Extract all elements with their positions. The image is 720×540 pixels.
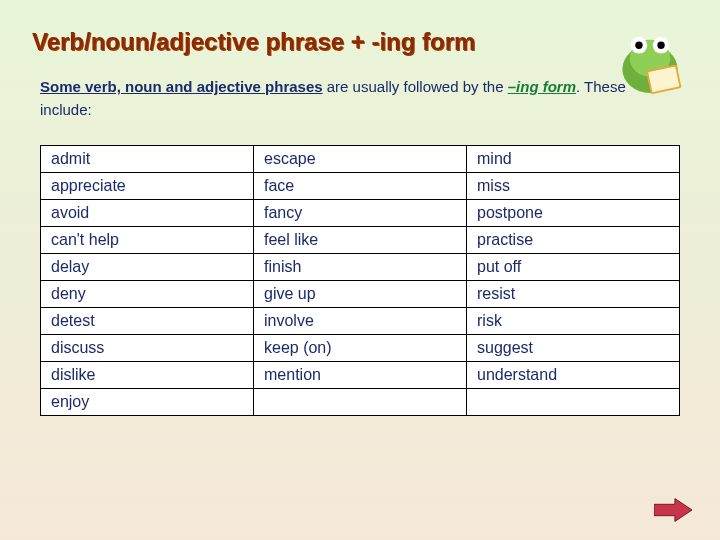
table-cell: delay (41, 254, 254, 281)
table-cell: mention (254, 362, 467, 389)
table-cell (467, 389, 680, 416)
table-cell: risk (467, 308, 680, 335)
table-cell: admit (41, 146, 254, 173)
table-row: can't helpfeel likepractise (41, 227, 680, 254)
table-cell (254, 389, 467, 416)
table-cell: dislike (41, 362, 254, 389)
table-cell: postpone (467, 200, 680, 227)
frog-reading-icon (604, 14, 696, 106)
svg-point-4 (635, 42, 642, 49)
table-cell: miss (467, 173, 680, 200)
table-cell: appreciate (41, 173, 254, 200)
intro-bold-phrase: Some verb, noun and adjective phrases (40, 78, 323, 95)
table-cell: detest (41, 308, 254, 335)
table-row: discusskeep (on)suggest (41, 335, 680, 362)
table-cell: involve (254, 308, 467, 335)
intro-ing-form: –ing form (508, 78, 576, 95)
table-cell: resist (467, 281, 680, 308)
table-cell: face (254, 173, 467, 200)
table-cell: understand (467, 362, 680, 389)
table-cell: escape (254, 146, 467, 173)
table-cell: suggest (467, 335, 680, 362)
intro-middle: are usually followed by the (323, 78, 508, 95)
table-cell: fancy (254, 200, 467, 227)
table-row: dislikementionunderstand (41, 362, 680, 389)
table-row: delayfinishput off (41, 254, 680, 281)
table-cell: enjoy (41, 389, 254, 416)
table-cell: put off (467, 254, 680, 281)
table-row: avoidfancypostpone (41, 200, 680, 227)
svg-point-5 (657, 42, 664, 49)
table-cell: finish (254, 254, 467, 281)
table-cell: discuss (41, 335, 254, 362)
next-arrow-icon[interactable] (654, 498, 692, 522)
table-cell: mind (467, 146, 680, 173)
table-cell: feel like (254, 227, 467, 254)
svg-marker-8 (654, 499, 692, 522)
table-cell: keep (on) (254, 335, 467, 362)
table-row: enjoy (41, 389, 680, 416)
table-row: appreciatefacemiss (41, 173, 680, 200)
table-row: admitescapemind (41, 146, 680, 173)
table-row: denygive upresist (41, 281, 680, 308)
verbs-table: admitescapemindappreciatefacemissavoidfa… (40, 145, 680, 416)
table-cell: can't help (41, 227, 254, 254)
table-cell: avoid (41, 200, 254, 227)
table-cell: deny (41, 281, 254, 308)
table-cell: practise (467, 227, 680, 254)
table-row: detestinvolverisk (41, 308, 680, 335)
table-cell: give up (254, 281, 467, 308)
